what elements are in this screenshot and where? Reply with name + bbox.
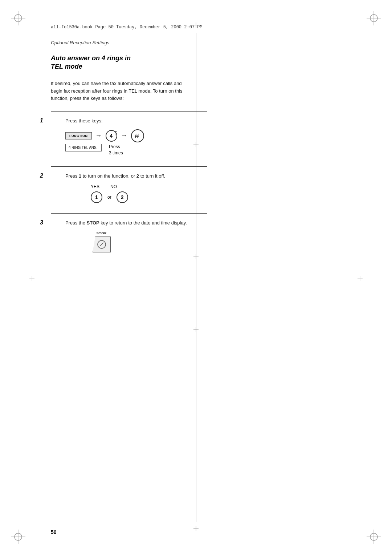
yes-label: YES bbox=[91, 184, 99, 189]
press-times-wrapper: ↑ Press 3 times bbox=[109, 144, 123, 156]
corner-mark-bl bbox=[11, 530, 25, 544]
step-2-text: Press 1 to turn on the function, or 2 to… bbox=[65, 173, 211, 180]
or-text: or bbox=[107, 195, 111, 200]
step-3-text: Press the STOP key to return to the date… bbox=[65, 219, 211, 227]
up-arrow-icon: ↑ bbox=[114, 129, 118, 137]
page-number: 50 bbox=[51, 529, 57, 535]
key-2: 2 bbox=[117, 191, 128, 203]
yes-no-section: YES NO 1 or 2 bbox=[91, 184, 356, 203]
stop-key bbox=[93, 236, 111, 252]
function-key: FUNCTION bbox=[65, 132, 92, 139]
tick-mark-2 bbox=[193, 254, 199, 261]
tick-right-mid bbox=[358, 276, 363, 283]
divider-1 bbox=[51, 111, 207, 112]
step-1-number: 1 bbox=[40, 117, 43, 124]
key-sequence-step1: FUNCTION → 4 → bbox=[65, 129, 356, 142]
arrow-2: → bbox=[121, 132, 127, 139]
step-1-text: Press these keys: bbox=[65, 117, 211, 125]
hash-key-wrapper bbox=[131, 129, 144, 142]
ring-label: 4 RING TEL ANS. bbox=[65, 144, 102, 151]
key-1: 1 bbox=[91, 191, 102, 203]
chapter-heading: Auto answer on 4 rings in TEL mode bbox=[51, 54, 356, 71]
stop-key-wrapper: STOP bbox=[91, 231, 113, 252]
step-3-number: 3 bbox=[40, 219, 43, 226]
hash-key bbox=[131, 129, 144, 142]
corner-mark-br bbox=[367, 530, 381, 544]
step1-label-row: 4 RING TEL ANS. ↑ Press 3 times bbox=[65, 144, 356, 156]
step-1: 1 Press these keys: FUNCTION → 4 → bbox=[51, 117, 356, 156]
yes-no-labels: YES NO bbox=[91, 184, 356, 189]
main-content: Optional Reception Settings Auto answer … bbox=[29, 22, 356, 252]
svg-line-23 bbox=[138, 134, 138, 138]
divider-2 bbox=[51, 166, 207, 167]
press-times: Press 3 times bbox=[109, 144, 123, 156]
corner-mark-tl bbox=[11, 11, 25, 25]
stop-key-label: STOP bbox=[97, 231, 107, 235]
step-2: 2 Press 1 to turn on the function, or 2 … bbox=[51, 173, 356, 203]
intro-text: If desired, you can have the fax automat… bbox=[51, 80, 189, 102]
tick-left-mid bbox=[29, 276, 34, 283]
arrow-1: → bbox=[95, 132, 102, 139]
yes-no-keys-row: 1 or 2 bbox=[91, 191, 356, 203]
bottom-center-cross bbox=[193, 526, 199, 532]
step-2-number: 2 bbox=[40, 173, 43, 179]
no-label: NO bbox=[110, 184, 117, 189]
top-center-cross bbox=[193, 23, 199, 29]
tick-mark-3 bbox=[193, 327, 199, 333]
divider-3 bbox=[51, 213, 207, 214]
svg-line-27 bbox=[100, 243, 103, 246]
svg-line-22 bbox=[135, 134, 136, 138]
step-3: 3 Press the STOP key to return to the da… bbox=[51, 219, 356, 252]
corner-mark-tr bbox=[367, 11, 381, 25]
page: all-fo1530a.book Page 50 Tuesday, Decemb… bbox=[0, 0, 392, 555]
section-title: Optional Reception Settings bbox=[51, 40, 356, 45]
